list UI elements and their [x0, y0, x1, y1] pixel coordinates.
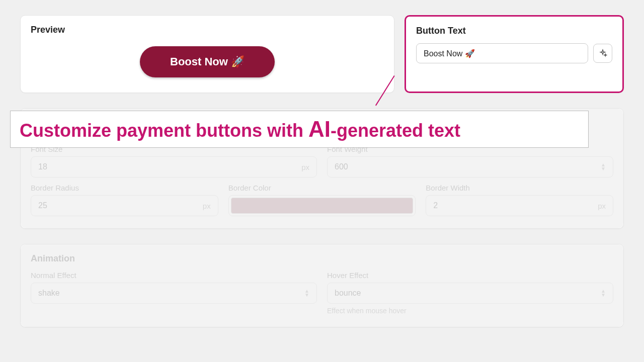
- preview-title: Preview: [31, 25, 384, 35]
- button-text-card: Button Text: [405, 15, 624, 93]
- border-width-unit: px: [598, 202, 606, 210]
- callout-banner: Customize payment buttons with AI-genera…: [10, 111, 589, 148]
- preview-card: Preview Boost Now 🚀: [20, 15, 394, 93]
- hover-effect-hint: Effect when mouse hover: [327, 307, 613, 315]
- normal-effect-label: Normal Effect: [31, 271, 317, 280]
- normal-effect-select[interactable]: shake ▲▼: [31, 283, 317, 304]
- border-radius-unit: px: [203, 202, 211, 210]
- sparkle-icon: [598, 49, 607, 58]
- font-weight-value: 600: [335, 162, 348, 171]
- callout-ai: AI: [308, 117, 331, 141]
- border-width-value: 2: [433, 201, 438, 210]
- button-text-input[interactable]: [416, 43, 588, 63]
- hover-effect-value: bounce: [335, 289, 361, 298]
- animation-title: Animation: [31, 253, 613, 264]
- font-size-input[interactable]: 18 px: [31, 156, 317, 177]
- border-color-swatch[interactable]: [228, 195, 416, 216]
- font-size-value: 18: [38, 162, 47, 171]
- hover-effect-label: Hover Effect: [327, 271, 613, 280]
- preview-button[interactable]: Boost Now 🚀: [140, 46, 275, 77]
- border-radius-input[interactable]: 25 px: [31, 195, 218, 216]
- font-weight-select[interactable]: 600 ▲▼: [327, 156, 613, 177]
- border-radius-value: 25: [38, 201, 47, 210]
- hover-effect-select[interactable]: bounce ▲▼: [327, 283, 613, 304]
- border-width-input[interactable]: 2 px: [426, 195, 613, 216]
- stepper-icon: ▲▼: [304, 289, 309, 297]
- ai-generate-button[interactable]: [593, 44, 612, 63]
- border-width-label: Border Width: [426, 184, 613, 192]
- border-radius-label: Border Radius: [31, 184, 218, 192]
- normal-effect-value: shake: [38, 289, 60, 298]
- callout-post: -generated text: [331, 120, 460, 141]
- button-text-title: Button Text: [416, 26, 612, 36]
- border-color-label: Border Color: [228, 184, 416, 192]
- font-size-unit: px: [301, 163, 309, 171]
- animation-card: Animation Normal Effect shake ▲▼ Hover E…: [20, 244, 624, 327]
- stepper-icon: ▲▼: [601, 289, 606, 297]
- stepper-icon: ▲▼: [601, 163, 606, 171]
- callout-pre: Customize payment buttons with: [20, 120, 308, 141]
